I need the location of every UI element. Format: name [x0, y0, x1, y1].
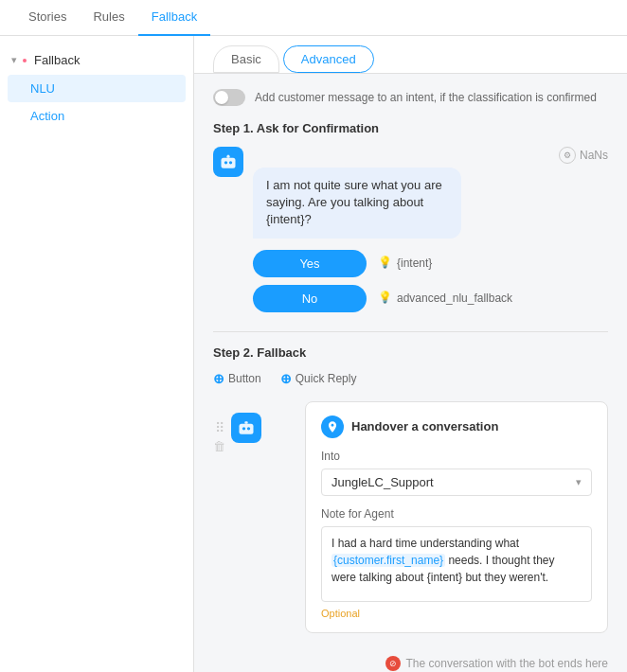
- drag-handle-icon[interactable]: ⠿: [215, 420, 224, 435]
- sidebar-item-nlu[interactable]: NLU: [8, 75, 186, 102]
- nans-badge: ⚙ NaNs: [559, 147, 608, 164]
- nav-fallback[interactable]: Fallback: [138, 0, 210, 36]
- no-intent-value: advanced_nlu_fallback: [397, 292, 512, 305]
- bot-message-area: ⚙ NaNs I am not quite sure what you are …: [253, 147, 608, 239]
- handover-bot-avatar: [231, 413, 261, 443]
- content-area: Add customer message to an intent, if th…: [194, 74, 627, 648]
- svg-rect-8: [244, 421, 247, 424]
- into-dropdown[interactable]: JungleLC_Support ▾: [321, 469, 592, 496]
- svg-point-6: [242, 427, 245, 430]
- toggle-knob: [215, 91, 228, 104]
- plus-icon: ⊕: [213, 371, 224, 386]
- yes-intent-value: {intent}: [397, 256, 432, 270]
- toggle-label: Add customer message to an intent, if th…: [255, 91, 597, 104]
- svg-point-2: [229, 161, 232, 164]
- bulb-icon-2: 💡: [378, 291, 393, 306]
- step1-heading: Step 1. Ask for Confirmation: [213, 121, 608, 135]
- nav-rules[interactable]: Rules: [80, 0, 137, 36]
- handover-title: Handover a conversation: [351, 419, 498, 433]
- add-quick-reply-btn[interactable]: ⊕ Quick Reply: [280, 371, 357, 386]
- sidebar-item-action[interactable]: Action: [0, 102, 193, 130]
- collapse-arrow-icon: ▾: [11, 54, 17, 66]
- stop-icon: ⊘: [385, 656, 401, 671]
- footer-text: ⊘ The conversation with the bot ends her…: [385, 656, 608, 671]
- step2-heading: Step 2. Fallback: [213, 345, 608, 360]
- note-textarea[interactable]: I had a hard time understanding what {cu…: [321, 526, 592, 602]
- into-label: Into: [321, 450, 592, 463]
- tab-bar: Basic Advanced: [194, 36, 627, 74]
- nans-row: ⚙ NaNs: [253, 147, 608, 164]
- toggle-row: Add customer message to an intent, if th…: [213, 89, 608, 106]
- yes-intent-tag: 💡 {intent}: [378, 256, 432, 271]
- bot-message-row: ⚙ NaNs I am not quite sure what you are …: [213, 147, 608, 239]
- bot-bubble: I am not quite sure what you are saying.…: [253, 168, 461, 239]
- top-nav: Stories Rules Fallback: [0, 0, 627, 36]
- delete-icon[interactable]: 🗑: [213, 439, 225, 453]
- nav-stories[interactable]: Stories: [15, 0, 80, 36]
- bot-avatar: [213, 147, 243, 177]
- svg-point-1: [224, 161, 227, 164]
- svg-rect-0: [222, 158, 236, 168]
- tab-basic[interactable]: Basic: [213, 45, 279, 73]
- svg-point-7: [247, 427, 250, 430]
- note-label: Note for Agent: [321, 507, 592, 521]
- add-buttons-row: ⊕ Button ⊕ Quick Reply: [213, 371, 608, 386]
- handover-header: Handover a conversation: [321, 416, 592, 438]
- sidebar-header: ▾ Fallback: [0, 45, 193, 75]
- svg-rect-5: [240, 423, 254, 433]
- add-button-btn[interactable]: ⊕ Button: [213, 371, 261, 386]
- add-to-intent-toggle[interactable]: [213, 89, 245, 106]
- add-quick-reply-label: Quick Reply: [296, 372, 357, 385]
- main-content: Basic Advanced Add customer message to a…: [194, 36, 627, 672]
- no-button-row: No 💡 advanced_nlu_fallback: [253, 285, 608, 312]
- no-button[interactable]: No: [253, 285, 367, 312]
- no-intent-tag: 💡 advanced_nlu_fallback: [378, 291, 512, 306]
- sidebar-title: Fallback: [34, 53, 80, 67]
- footer-label: The conversation with the bot ends here: [406, 657, 608, 670]
- nans-icon: ⚙: [559, 147, 576, 164]
- yes-button[interactable]: Yes: [253, 250, 367, 277]
- footer: ⊘ The conversation with the bot ends her…: [194, 648, 627, 672]
- step2-divider: [213, 331, 608, 332]
- handover-card: Handover a conversation Into JungleLC_Su…: [305, 401, 608, 633]
- optional-label: Optional: [321, 608, 592, 619]
- chevron-down-icon: ▾: [576, 476, 582, 488]
- svg-point-4: [227, 155, 229, 157]
- tab-advanced[interactable]: Advanced: [283, 45, 374, 73]
- yes-button-row: Yes 💡 {intent}: [253, 250, 608, 277]
- add-button-label: Button: [228, 372, 261, 385]
- layout: ▾ Fallback NLU Action Basic Advanced Add…: [0, 36, 627, 672]
- into-value: JungleLC_Support: [331, 475, 434, 489]
- sidebar: ▾ Fallback NLU Action: [0, 36, 194, 672]
- highlight-tag: {customer.first_name}: [331, 554, 445, 567]
- step2-section: Step 2. Fallback ⊕ Button ⊕ Quick Reply: [213, 331, 608, 633]
- sidebar-dot-icon: [23, 59, 27, 62]
- plus-icon-2: ⊕: [280, 371, 292, 386]
- handover-icon: [321, 416, 344, 438]
- bulb-icon: 💡: [378, 256, 393, 271]
- step1-section: Step 1. Ask for Confirmation: [213, 121, 608, 312]
- nans-value: NaNs: [580, 149, 608, 162]
